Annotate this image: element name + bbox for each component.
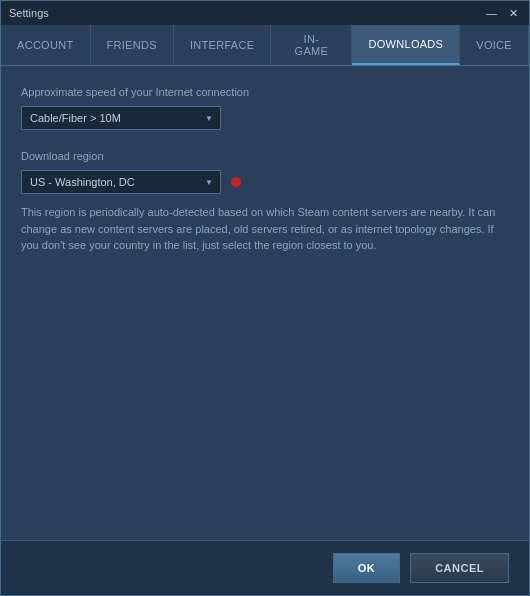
region-dropdown[interactable]: US - Washington, DC: [21, 170, 221, 194]
settings-window: Settings — ✕ ACCOUNT FRIENDS INTERFACE I…: [0, 0, 530, 596]
region-label: Download region: [21, 150, 509, 162]
region-description: This region is periodically auto-detecte…: [21, 204, 509, 254]
cancel-button[interactable]: CANCEL: [410, 553, 509, 583]
minimize-button[interactable]: —: [483, 7, 500, 20]
tab-account[interactable]: ACCOUNT: [1, 25, 91, 65]
speed-section: Approximate speed of your Internet conne…: [21, 86, 509, 130]
tab-ingame[interactable]: IN-GAME: [271, 25, 352, 65]
tab-downloads[interactable]: DOWNLOADS: [352, 25, 460, 65]
content-area: Approximate speed of your Internet conne…: [1, 66, 529, 540]
footer: OK CANCEL: [1, 540, 529, 595]
region-section: Download region US - Washington, DC This…: [21, 150, 509, 254]
ping-indicator: [231, 177, 241, 187]
speed-dropdown-container: Cable/Fiber > 10M: [21, 106, 221, 130]
ok-button[interactable]: OK: [333, 553, 401, 583]
tab-voice[interactable]: VOICE: [460, 25, 529, 65]
tab-interface[interactable]: INTERFACE: [174, 25, 271, 65]
tab-friends[interactable]: FRIENDS: [91, 25, 174, 65]
titlebar: Settings — ✕: [1, 1, 529, 25]
speed-label: Approximate speed of your Internet conne…: [21, 86, 509, 98]
speed-dropdown[interactable]: Cable/Fiber > 10M: [21, 106, 221, 130]
close-button[interactable]: ✕: [506, 7, 521, 20]
titlebar-controls: — ✕: [483, 7, 521, 20]
tabs-bar: ACCOUNT FRIENDS INTERFACE IN-GAME DOWNLO…: [1, 25, 529, 66]
region-dropdown-container: US - Washington, DC: [21, 170, 221, 194]
region-row: US - Washington, DC: [21, 170, 509, 194]
window-title: Settings: [9, 7, 49, 19]
